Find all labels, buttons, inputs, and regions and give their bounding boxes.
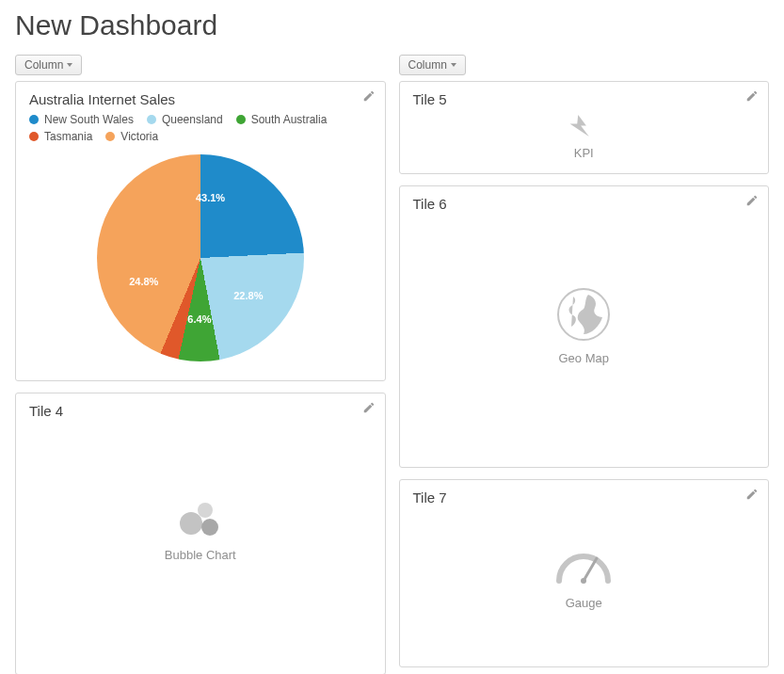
column-menu-button-left[interactable]: Column <box>15 55 82 75</box>
placeholder: Gauge <box>413 511 756 643</box>
column-right: Column Tile 5 KPI Tile 6 <box>399 55 770 674</box>
legend-label: South Australia <box>251 113 328 126</box>
page-title: New Dashboard <box>15 9 769 41</box>
svg-point-6 <box>581 578 586 584</box>
bubble-chart-icon <box>174 495 227 538</box>
svg-marker-3 <box>570 115 589 136</box>
tile-title: Tile 4 <box>29 403 372 419</box>
legend-label: Tasmania <box>44 130 92 143</box>
column-menu-button-right[interactable]: Column <box>399 55 466 75</box>
pencil-icon[interactable] <box>362 89 376 103</box>
column-menu-label: Column <box>408 58 447 72</box>
pie-chart: 43.1%22.8%6.4%24.8% <box>97 154 304 361</box>
pie-slice-label: 43.1% <box>196 192 225 203</box>
legend-label: Queensland <box>162 113 223 126</box>
svg-point-0 <box>180 512 202 535</box>
placeholder: Bubble Chart <box>29 425 372 632</box>
pie-slice-label: 24.8% <box>129 276 158 287</box>
column-left: Column Australia Internet Sales New Sout… <box>15 55 386 674</box>
legend-label: Victoria <box>120 130 158 143</box>
pie-slice-label: 6.4% <box>187 313 211 325</box>
pencil-icon[interactable] <box>745 194 759 207</box>
legend-label: New South Wales <box>44 113 134 126</box>
placeholder: KPI <box>413 113 756 160</box>
legend-dot <box>29 132 39 141</box>
tile-7: Tile 7 Gauge <box>399 479 770 667</box>
pencil-icon[interactable] <box>362 401 376 414</box>
svg-point-2 <box>201 519 218 536</box>
tile-4: Tile 4 Bubble Chart <box>15 393 386 674</box>
legend-dot <box>29 115 39 124</box>
tile-title: Tile 7 <box>413 489 756 506</box>
placeholder-label: Gauge <box>566 596 602 610</box>
legend-item: New South Wales <box>29 113 134 126</box>
globe-icon <box>556 287 611 342</box>
dashboard-columns: Column Australia Internet Sales New Sout… <box>15 55 769 674</box>
svg-line-5 <box>584 558 597 581</box>
placeholder-label: Geo Map <box>559 351 609 365</box>
legend-item: South Australia <box>236 113 328 126</box>
gauge-icon <box>553 545 614 586</box>
tile-title: Australia Internet Sales <box>29 91 372 107</box>
pie-chart-container: 43.1%22.8%6.4%24.8% <box>29 149 372 367</box>
chevron-down-icon <box>67 63 72 67</box>
svg-point-1 <box>198 503 213 518</box>
column-menu-label: Column <box>24 58 63 72</box>
pencil-icon[interactable] <box>745 89 759 103</box>
legend-dot <box>147 115 156 124</box>
placeholder: Geo Map <box>413 217 756 434</box>
kpi-icon <box>569 113 598 136</box>
tile-5: Tile 5 KPI <box>399 81 770 174</box>
legend-item: Tasmania <box>29 130 92 143</box>
tile-title: Tile 6 <box>413 196 756 212</box>
tile-title: Tile 5 <box>413 91 756 107</box>
pie-slice-label: 22.8% <box>233 290 263 301</box>
pie-legend: New South Wales Queensland South Austral… <box>29 113 372 143</box>
legend-item: Victoria <box>105 130 158 143</box>
pencil-icon[interactable] <box>745 488 759 501</box>
legend-dot <box>105 132 115 141</box>
placeholder-label: Bubble Chart <box>165 548 236 562</box>
tile-6: Tile 6 Geo Map <box>399 185 770 468</box>
legend-dot <box>236 115 246 124</box>
legend-item: Queensland <box>147 113 223 126</box>
placeholder-label: KPI <box>574 146 594 160</box>
tile-australia-internet-sales: Australia Internet Sales New South Wales… <box>15 81 386 381</box>
chevron-down-icon <box>451 63 456 67</box>
